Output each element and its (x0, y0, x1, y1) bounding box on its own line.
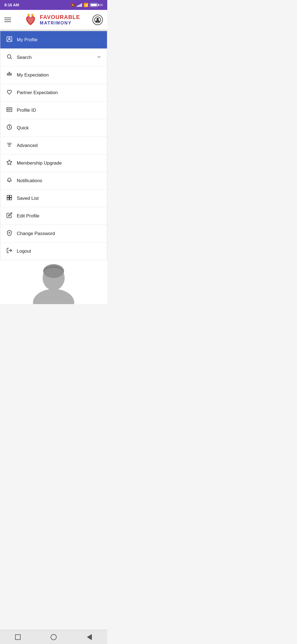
sidebar-item-profile-id[interactable]: Profile ID (0, 102, 107, 119)
sidebar-item-logout[interactable]: Logout (0, 242, 107, 260)
status-icons: 🔕 📶 100 (70, 3, 103, 7)
profile-id-label: Profile ID (17, 108, 101, 113)
search-label: Search (17, 55, 93, 60)
status-bar: 8:16 AM 🔕 📶 100 (0, 0, 107, 10)
sidebar-item-edit-profile[interactable]: Edit Profile (0, 207, 107, 225)
sidebar-item-membership-upgrade[interactable]: Membership Upgrade (0, 154, 107, 172)
sidebar-item-partner-expectation[interactable]: Partner Expectation (0, 84, 107, 102)
svg-point-0 (28, 14, 30, 16)
advanced-icon (6, 142, 13, 149)
sidebar-item-search[interactable]: Search (0, 49, 107, 66)
logo-text: FAVOURABLE MATRIMONY (40, 14, 80, 26)
logo-icon (23, 13, 38, 27)
svg-rect-14 (10, 195, 12, 197)
quick-icon (6, 124, 13, 132)
wifi-icon: 📶 (84, 3, 88, 7)
sidebar-item-change-password[interactable]: Change Password (0, 225, 107, 242)
svg-rect-15 (7, 198, 9, 200)
membership-upgrade-label: Membership Upgrade (17, 160, 101, 166)
membership-star-icon (6, 159, 13, 167)
battery-icon: 100 (90, 3, 103, 7)
my-profile-icon (6, 36, 13, 43)
notifications-label: Notifications (17, 178, 101, 184)
svg-point-20 (33, 289, 74, 304)
partner-expectation-label: Partner Expectation (17, 90, 101, 95)
search-icon (6, 54, 13, 61)
edit-icon (6, 212, 13, 220)
svg-rect-7 (7, 73, 12, 74)
sidebar-item-saved-list[interactable]: Saved List (0, 190, 107, 207)
sidebar-item-my-profile[interactable]: My Profile (0, 31, 107, 49)
my-profile-label: My Profile (17, 37, 101, 43)
mute-icon: 🔕 (70, 3, 75, 7)
svg-rect-8 (7, 75, 12, 75)
hamburger-button[interactable] (4, 18, 11, 22)
search-chevron-down-icon (97, 54, 101, 61)
logout-icon (6, 247, 13, 255)
svg-point-9 (9, 72, 10, 73)
sidebar-item-my-expectation[interactable]: My Expectation (0, 66, 107, 84)
svg-rect-13 (7, 195, 9, 197)
edit-profile-label: Edit Profile (17, 213, 101, 219)
header: FAVOURABLE MATRIMONY (0, 10, 107, 30)
profile-silhouette (29, 263, 78, 304)
status-time: 8:16 AM (4, 3, 19, 7)
bell-icon (6, 177, 13, 184)
saved-list-icon (6, 195, 13, 202)
change-password-label: Change Password (17, 231, 101, 236)
sidebar-menu: My Profile Search My Expectation (0, 31, 107, 260)
shield-icon (6, 230, 13, 237)
profile-image-area (0, 260, 107, 304)
svg-point-5 (9, 38, 10, 39)
svg-point-1 (31, 14, 34, 16)
saved-list-label: Saved List (17, 196, 101, 201)
profile-id-icon (6, 107, 13, 114)
sidebar-item-notifications[interactable]: Notifications (0, 172, 107, 190)
svg-point-11 (8, 109, 9, 110)
svg-rect-16 (10, 198, 12, 200)
logout-label: Logout (17, 249, 101, 254)
logo: FAVOURABLE MATRIMONY (23, 13, 80, 27)
signal-icon (77, 3, 82, 7)
sidebar-item-advanced[interactable]: Advanced (0, 137, 107, 154)
advanced-label: Advanced (17, 143, 101, 148)
quick-label: Quick (17, 125, 101, 131)
my-expectation-icon (6, 71, 13, 79)
profile-avatar-button[interactable] (92, 15, 103, 25)
my-expectation-label: My Expectation (17, 72, 101, 78)
sidebar-item-quick[interactable]: Quick (0, 119, 107, 137)
svg-point-3 (97, 18, 99, 20)
partner-expectation-icon (6, 89, 13, 96)
